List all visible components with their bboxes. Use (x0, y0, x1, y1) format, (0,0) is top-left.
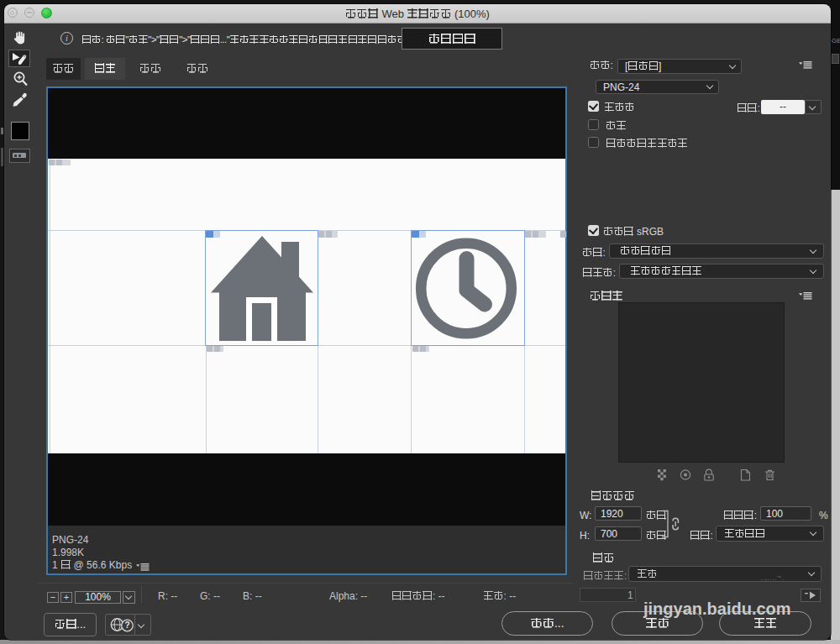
svg-text:?: ? (124, 620, 129, 630)
